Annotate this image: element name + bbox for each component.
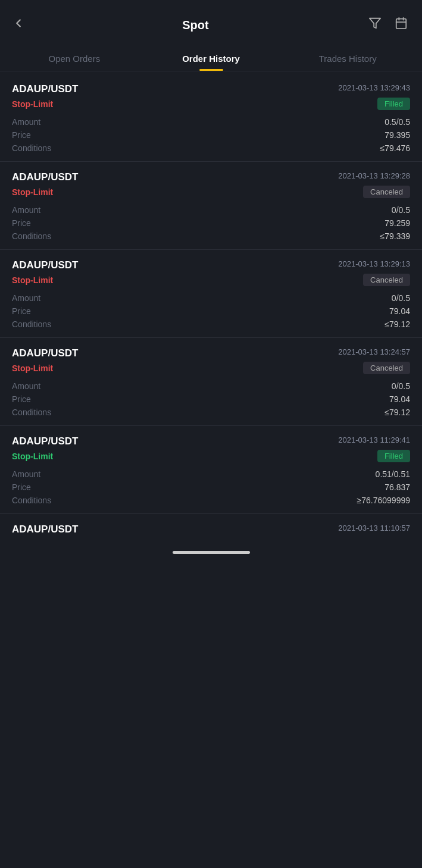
conditions-value: ≥76.76099999 [357,496,410,505]
order-pair: ADAUP/USDT [12,171,78,183]
home-indicator [173,551,250,554]
order-row-type: Stop-Limit Filled [12,450,410,462]
conditions-label: Conditions [12,143,51,153]
order-row-top: ADAUP/USDT 2021-03-13 13:29:43 [12,83,410,95]
status-badge: Filled [377,450,410,462]
amount-value: 0/0.5 [392,205,410,215]
order-list: ADAUP/USDT 2021-03-13 13:29:43 Stop-Limi… [0,74,422,543]
amount-label: Amount [12,205,40,215]
detail-row-price: Price 79.395 [12,130,410,140]
order-row-top: ADAUP/USDT 2021-03-13 11:29:41 [12,435,410,447]
conditions-value: ≤79.12 [385,319,410,329]
amount-value: 0.5/0.5 [385,117,410,127]
order-type: Stop-Limit [12,99,53,109]
order-item: ADAUP/USDT 2021-03-13 13:24:57 Stop-Limi… [0,338,422,426]
conditions-label: Conditions [12,319,51,329]
tab-order-history[interactable]: Order History [143,45,280,71]
status-badge: Canceled [363,362,410,374]
detail-row-conditions: Conditions ≤79.339 [12,231,410,241]
order-item: ADAUP/USDT 2021-03-13 11:29:41 Stop-Limi… [0,426,422,514]
amount-label: Amount [12,117,40,127]
order-pair: ADAUP/USDT [12,259,78,271]
order-details: Amount 0/0.5 Price 79.04 Conditions ≤79.… [12,381,410,417]
detail-row-amount: Amount 0/0.5 [12,293,410,303]
order-row-type: Stop-Limit Canceled [12,186,410,198]
order-timestamp: 2021-03-13 13:24:57 [338,347,410,356]
status-badge: Canceled [363,186,410,198]
header: Spot [0,0,422,45]
amount-label: Amount [12,381,40,391]
svg-rect-1 [396,19,407,29]
order-row-top: ADAUP/USDT 2021-03-13 11:10:57 [12,524,410,535]
amount-value: 0/0.5 [392,381,410,391]
tabs: Open Orders Order History Trades History [0,45,422,71]
order-pair: ADAUP/USDT [12,435,78,447]
order-type: Stop-Limit [12,187,53,197]
order-row-type: Stop-Limit Canceled [12,274,410,286]
price-value: 79.395 [385,130,410,140]
price-label: Price [12,394,31,404]
price-value: 79.259 [385,218,410,228]
amount-label: Amount [12,293,40,303]
tab-open-orders[interactable]: Open Orders [6,45,143,71]
conditions-label: Conditions [12,408,51,417]
price-value: 79.04 [389,394,410,404]
order-row-type: Stop-Limit Filled [12,98,410,110]
amount-value: 0.51/0.51 [376,469,410,479]
detail-row-amount: Amount 0/0.5 [12,205,410,215]
conditions-value: ≤79.339 [380,231,410,241]
detail-row-amount: Amount 0.51/0.51 [12,469,410,479]
detail-row-price: Price 76.837 [12,482,410,492]
amount-label: Amount [12,469,40,479]
order-pair: ADAUP/USDT [12,83,78,95]
back-button[interactable] [12,17,25,33]
order-details: Amount 0.51/0.51 Price 76.837 Conditions… [12,469,410,505]
calendar-button[interactable] [392,14,410,36]
order-item-partial: ADAUP/USDT 2021-03-13 11:10:57 [0,514,422,543]
order-timestamp: 2021-03-13 13:29:13 [338,259,410,268]
order-pair: ADAUP/USDT [12,524,78,535]
detail-row-amount: Amount 0.5/0.5 [12,117,410,127]
price-label: Price [12,218,31,228]
status-badge: Filled [377,98,410,110]
svg-marker-0 [370,18,380,29]
amount-value: 0/0.5 [392,293,410,303]
order-row-top: ADAUP/USDT 2021-03-13 13:24:57 [12,347,410,359]
tab-trades-history[interactable]: Trades History [279,45,416,71]
conditions-value: ≤79.12 [385,408,410,417]
order-details: Amount 0/0.5 Price 79.259 Conditions ≤79… [12,205,410,241]
detail-row-price: Price 79.04 [12,394,410,404]
order-timestamp: 2021-03-13 11:10:57 [338,524,410,532]
order-type: Stop-Limit [12,275,53,285]
order-pair: ADAUP/USDT [12,347,78,359]
detail-row-conditions: Conditions ≤79.12 [12,319,410,329]
order-item: ADAUP/USDT 2021-03-13 13:29:13 Stop-Limi… [0,250,422,338]
order-item: ADAUP/USDT 2021-03-13 13:29:28 Stop-Limi… [0,162,422,250]
detail-row-amount: Amount 0/0.5 [12,381,410,391]
order-row-type: Stop-Limit Canceled [12,362,410,374]
order-timestamp: 2021-03-13 11:29:41 [338,435,410,444]
detail-row-price: Price 79.04 [12,306,410,316]
order-type: Stop-Limit [12,452,53,461]
order-timestamp: 2021-03-13 13:29:43 [338,83,410,92]
detail-row-conditions: Conditions ≤79.476 [12,143,410,153]
conditions-label: Conditions [12,496,51,505]
order-row-top: ADAUP/USDT 2021-03-13 13:29:28 [12,171,410,183]
conditions-label: Conditions [12,231,51,241]
order-details: Amount 0/0.5 Price 79.04 Conditions ≤79.… [12,293,410,329]
status-badge: Canceled [363,274,410,286]
header-icons [366,14,410,36]
order-details: Amount 0.5/0.5 Price 79.395 Conditions ≤… [12,117,410,153]
price-value: 79.04 [389,306,410,316]
order-timestamp: 2021-03-13 13:29:28 [338,171,410,180]
detail-row-conditions: Conditions ≤79.12 [12,408,410,417]
order-item: ADAUP/USDT 2021-03-13 13:29:43 Stop-Limi… [0,74,422,162]
price-label: Price [12,130,31,140]
page-title: Spot [25,18,366,32]
filter-button[interactable] [366,14,384,36]
price-value: 76.837 [385,482,410,492]
price-label: Price [12,306,31,316]
detail-row-price: Price 79.259 [12,218,410,228]
bottom-bar [0,543,422,559]
order-type: Stop-Limit [12,364,53,373]
